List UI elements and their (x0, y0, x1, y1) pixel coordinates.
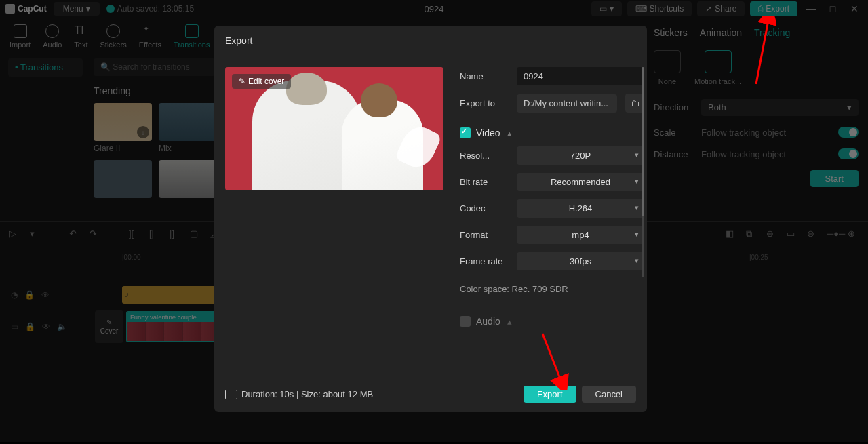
duration-info: Duration: 10s | Size: about 12 MB (225, 389, 373, 399)
export-to-label: Export to (460, 98, 509, 108)
format-label: Format (460, 230, 509, 240)
format-select[interactable]: mp4 (517, 226, 644, 244)
framerate-label: Frame rate (460, 256, 509, 266)
dialog-title: Export (214, 26, 647, 56)
export-path: D:/My content writin... (517, 94, 617, 113)
edit-cover-button[interactable]: ✎ Edit cover (232, 74, 291, 89)
dialog-scrollbar[interactable] (642, 67, 644, 277)
name-label: Name (460, 71, 509, 81)
color-space-text: Color space: Rec. 709 SDR (460, 284, 644, 294)
bitrate-label: Bit rate (460, 177, 509, 187)
cover-preview: ✎ Edit cover (225, 67, 443, 190)
video-section-label: Video (476, 127, 500, 138)
cancel-button[interactable]: Cancel (582, 386, 636, 403)
video-checkbox[interactable] (460, 127, 471, 138)
bitrate-select[interactable]: Recommended (517, 173, 644, 191)
export-dialog: Export ✎ Edit cover Name Export to D:/My… (214, 26, 647, 412)
audio-checkbox[interactable] (460, 316, 471, 327)
resolution-select[interactable]: 720P (517, 146, 644, 165)
resolution-label: Resol... (460, 150, 509, 161)
framerate-select[interactable]: 30fps (517, 252, 644, 270)
codec-select[interactable]: H.264 (517, 199, 644, 218)
codec-label: Codec (460, 203, 509, 214)
name-input[interactable] (517, 67, 644, 85)
audio-section-label: Audio (476, 316, 500, 327)
export-confirm-button[interactable]: Export (524, 386, 576, 403)
